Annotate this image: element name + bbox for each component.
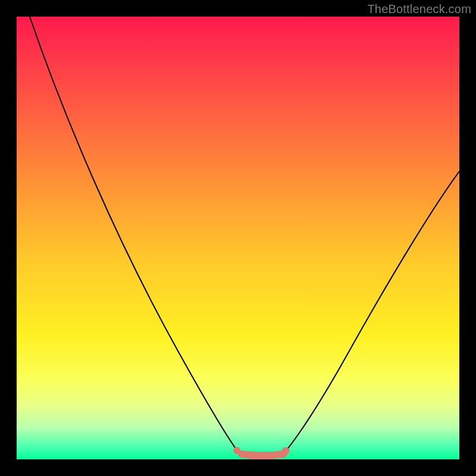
right-branch-curve <box>283 171 459 454</box>
chart-plot-area <box>17 17 459 459</box>
flat-segment-end-dot <box>282 447 290 455</box>
left-branch-curve <box>30 17 240 454</box>
flat-bottom-segment <box>242 454 283 455</box>
watermark-text: TheBottleneck.com <box>367 2 471 16</box>
chart-svg <box>17 17 459 459</box>
